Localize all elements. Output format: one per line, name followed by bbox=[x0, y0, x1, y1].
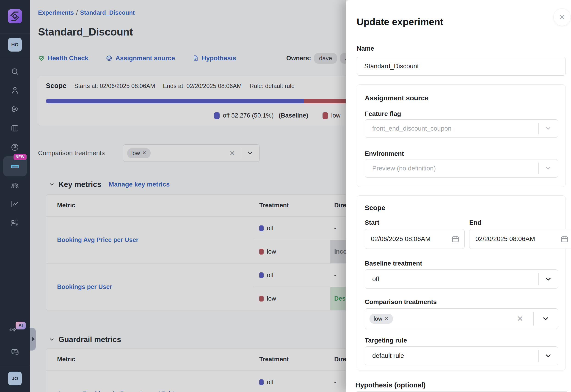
manage-key-metrics-link[interactable]: Manage key metrics bbox=[109, 181, 170, 188]
treatment-tag-low[interactable]: low ✕ bbox=[370, 314, 393, 324]
assignment-source-link[interactable]: Assignment source bbox=[106, 55, 175, 62]
environment-select: Preview (no definition) bbox=[365, 159, 558, 178]
collapse-chevron-icon[interactable] bbox=[49, 336, 55, 343]
statsig-logo[interactable] bbox=[8, 9, 22, 23]
ruler-icon bbox=[11, 162, 19, 171]
chevron-down-icon bbox=[544, 165, 552, 172]
comparison-treatments-multiselect[interactable]: low ✕ ✕ bbox=[365, 308, 558, 329]
panel-collapse-handle[interactable] bbox=[30, 328, 36, 350]
select-clear-icon[interactable]: ✕ bbox=[229, 149, 235, 157]
assignment-source-label: Assignment source bbox=[115, 55, 175, 62]
baseline-treatment-select[interactable]: off bbox=[365, 269, 558, 289]
bullseye-icon bbox=[106, 55, 113, 62]
col-treatment: Treatment bbox=[254, 356, 330, 363]
help-chat-icon[interactable]: ? bbox=[11, 348, 19, 356]
close-icon[interactable]: ✕ bbox=[553, 9, 571, 26]
collapse-chevron-icon[interactable] bbox=[49, 182, 55, 187]
scope-form-card: Scope Start End 02/06/2025 08:06AM 02/20… bbox=[357, 196, 566, 370]
environment-value: Preview (no definition) bbox=[372, 165, 436, 172]
select-divider bbox=[242, 148, 242, 158]
treatment-name: low bbox=[267, 295, 276, 302]
hypothesis-link[interactable]: Hypothesis bbox=[192, 55, 236, 62]
breadcrumb-separator: / bbox=[76, 9, 78, 16]
breadcrumb-current-link[interactable]: Standard_Discount bbox=[80, 9, 135, 16]
legend-off-label: off 52,276 (50.1%) bbox=[223, 112, 274, 119]
ai-badge: AI bbox=[15, 322, 26, 329]
workspace-avatar[interactable]: HO bbox=[8, 38, 22, 52]
treatment-subrow: off - bbox=[254, 216, 357, 240]
calendar-icon[interactable] bbox=[451, 235, 459, 243]
release-flag-icon[interactable] bbox=[11, 143, 19, 152]
guardrail-metrics-header: Guardrail metrics bbox=[49, 335, 121, 344]
layout-columns-icon[interactable] bbox=[11, 124, 19, 133]
chevron-down-icon[interactable] bbox=[542, 315, 549, 322]
low-color-chip bbox=[323, 112, 328, 119]
feature-flags-icon[interactable] bbox=[11, 105, 19, 114]
metric-link-booking-avg-price[interactable]: Booking Avg Price per User bbox=[57, 237, 139, 244]
breadcrumb-experiments-link[interactable]: Experiments bbox=[38, 9, 74, 16]
treatment-tag-low[interactable]: low ✕ bbox=[127, 148, 151, 158]
legend-item-low: low bbox=[323, 112, 341, 119]
search-icon[interactable] bbox=[11, 67, 19, 76]
treatment-name: off bbox=[267, 379, 274, 386]
treatment-split-bar bbox=[46, 99, 357, 103]
user-avatar[interactable]: JO bbox=[8, 372, 22, 385]
low-color-chip bbox=[259, 249, 264, 254]
health-check-link[interactable]: Health Check bbox=[38, 55, 88, 62]
experiment-meta-row: Health Check Assignment source bbox=[38, 53, 236, 63]
end-date-value: 02/20/2025 08:06AM bbox=[475, 235, 535, 243]
start-date-value: 02/06/2025 08:06AM bbox=[371, 235, 430, 243]
tag-remove-icon[interactable]: ✕ bbox=[385, 316, 389, 322]
baseline-treatment-label: Baseline treatment bbox=[365, 260, 422, 267]
new-badge: NEW bbox=[14, 154, 27, 160]
name-field[interactable] bbox=[357, 57, 566, 76]
owner-pill-dave: dave bbox=[314, 53, 337, 64]
treatment-name: off bbox=[267, 272, 274, 279]
metric-link-bookings-per-user[interactable]: Bookings per User bbox=[57, 283, 112, 291]
end-date-input[interactable]: 02/20/2025 08:06AM bbox=[469, 229, 571, 249]
off-color-chip bbox=[259, 225, 264, 231]
panel-title: Update experiment bbox=[357, 16, 443, 28]
chevron-down-icon[interactable] bbox=[544, 352, 552, 360]
key-metrics-table: Metric Treatment Direction Booking Avg P… bbox=[46, 194, 357, 310]
off-color-chip bbox=[259, 379, 264, 385]
treatment-tag-label: low bbox=[131, 150, 140, 156]
legend-baseline-suffix: (Baseline) bbox=[279, 112, 308, 119]
start-date-input[interactable]: 02/06/2025 08:06AM bbox=[365, 229, 465, 249]
treatment-subrow: off - bbox=[254, 264, 357, 287]
metrics-chart-icon[interactable] bbox=[11, 200, 19, 209]
feature-flag-value: front_end_discount_coupon bbox=[372, 125, 452, 132]
page-title: Standard_Discount bbox=[38, 26, 133, 38]
hypothesis-label: Hypothesis bbox=[201, 55, 236, 62]
chevron-right-icon bbox=[32, 336, 35, 342]
comparison-treatments-select[interactable]: low ✕ ✕ bbox=[123, 144, 260, 162]
off-color-chip bbox=[259, 272, 264, 278]
audiences-icon[interactable] bbox=[11, 181, 19, 190]
table-row: Booking Avg Price per User off - low Inc… bbox=[46, 216, 357, 263]
targeting-rule-select[interactable]: default rule bbox=[365, 346, 558, 365]
svg-text:?: ? bbox=[14, 350, 15, 353]
scope-summary-card: Scope Starts at: 02/06/2025 08:06AM Ends… bbox=[38, 76, 357, 126]
baseline-treatment-value: off bbox=[372, 275, 379, 283]
document-icon bbox=[192, 55, 199, 61]
scope-rule: Rule: default rule bbox=[250, 83, 295, 90]
tag-remove-icon[interactable]: ✕ bbox=[142, 150, 146, 156]
targeting-rule-label: Targeting rule bbox=[365, 337, 407, 344]
treatment-name: low bbox=[267, 248, 276, 255]
chevron-down-icon[interactable] bbox=[246, 149, 254, 157]
calendar-icon[interactable] bbox=[560, 235, 569, 243]
select-divider bbox=[533, 312, 534, 325]
experiment-detail-page: Experiments/Standard_Discount Standard_D… bbox=[30, 0, 357, 392]
metric-link-guardrail[interactable]: Average Bookings in Property per Night bbox=[57, 390, 174, 392]
scope-ends-at: Ends at: 02/20/2025 08:06AM bbox=[163, 83, 242, 90]
chevron-down-icon[interactable] bbox=[544, 275, 552, 283]
dashboard-grid-icon[interactable] bbox=[11, 219, 19, 227]
assignment-source-card: Assignment source Feature flag front_end… bbox=[357, 84, 566, 187]
user-icon[interactable] bbox=[11, 86, 19, 95]
select-clear-icon[interactable]: ✕ bbox=[517, 314, 523, 323]
targeting-rule-value: default rule bbox=[372, 352, 404, 360]
sidebar-item-experiments-active[interactable]: NEW bbox=[3, 156, 27, 176]
key-metrics-title: Key metrics bbox=[58, 180, 101, 189]
treatment-subrow: off - bbox=[254, 370, 357, 392]
key-metrics-header: Key metrics Manage key metrics bbox=[49, 180, 170, 189]
